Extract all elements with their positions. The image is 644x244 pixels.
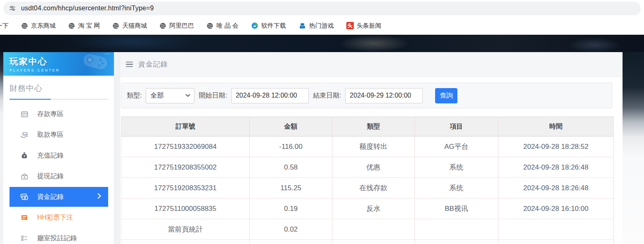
ticket-list-icon — [20, 213, 29, 222]
cell-time: 2024-09-28 18:26:48 — [498, 178, 614, 199]
bookmark-item[interactable]: 淘 宝 网 — [68, 22, 100, 30]
col-amount: 金額 — [250, 117, 332, 136]
table-row: 1727519208355002 0.58 优惠 系统 2024-09-28 1… — [121, 157, 614, 178]
background-fade-left — [0, 52, 3, 147]
finance-center-heading: 財務中心 — [9, 83, 114, 94]
bookmark-item[interactable]: 天猫商城 — [112, 22, 147, 30]
deposit-icon — [20, 110, 29, 119]
globe-icon — [159, 22, 166, 29]
bookmarks-bar: 一下 京东商城 淘 宝 网 天猫商城 阿里巴巴 唯 品 会 软件下载 热门游戏 … — [0, 17, 644, 35]
sidebar-item-label: HH彩票下注 — [37, 213, 73, 222]
table-row: 1727519208353231 115.25 在线存款 系统 2024-09-… — [121, 178, 614, 199]
table-row-partial — [121, 240, 614, 244]
table-row: 1727519332069084 -116.00 额度转出 AG平台 2024-… — [121, 136, 614, 157]
cell-type — [332, 219, 415, 240]
browser-toolbar: usdt04.com/hhcp/usercenter.html?iniType=… — [0, 0, 644, 17]
background-fade-right — [623, 52, 644, 244]
sidebar-item-withdraw-zone[interactable]: 取款專區 — [3, 124, 114, 145]
sidebar-item-recharge-record[interactable]: ¥ 充值記錄 — [3, 145, 114, 166]
section-divider — [9, 99, 108, 100]
bookmark-item[interactable]: 头 头条新闻 — [346, 22, 381, 30]
cell-amount: -116.00 — [250, 136, 332, 157]
globe-icon — [68, 22, 75, 29]
bookmark-label: 淘 宝 网 — [78, 22, 100, 30]
gamepad-icon — [76, 53, 111, 76]
col-time: 時間 — [498, 117, 614, 136]
sidebar: 玩家中心 PLAYERS CENTER — [3, 52, 114, 244]
col-project: 項目 — [415, 117, 498, 136]
filter-bar: 類型: 全部 開始日期: 2024-09-28 12:00:00 結束日期: 2… — [121, 83, 612, 108]
money-bag-icon: ¥ — [20, 151, 29, 160]
main-panel: 資金記錄 類型: 全部 開始日期: 2024-09-28 12:00:00 結束… — [120, 52, 623, 244]
sidebar-item-label: 充值記錄 — [37, 151, 64, 160]
sidebar-item-label: 資金記錄 — [37, 193, 64, 201]
sidebar-item-deposit-zone[interactable]: 存款專區 — [3, 104, 114, 124]
sidebar-item-withdrawal-record[interactable]: 提現記錄 — [3, 166, 114, 187]
bookmark-label: 头条新闻 — [357, 22, 381, 30]
bookmark-item[interactable]: 热门游戏 — [298, 22, 334, 30]
chevron-right-icon — [97, 193, 102, 201]
site-info-icon[interactable] — [9, 5, 16, 12]
globe-icon — [206, 22, 213, 29]
sidebar-item-hall-bet-record[interactable]: 廳室投註記錄 — [3, 228, 114, 244]
funds-record-table: 訂單號 金額 類型 項目 時間 1727519332069084 -116.00… — [121, 117, 614, 244]
globe-icon — [112, 22, 119, 29]
software-download-icon — [251, 22, 258, 29]
cell-order-no: 1727519208355002 — [121, 157, 250, 178]
cell-type: 在线存款 — [332, 178, 415, 199]
players-center-header: 玩家中心 PLAYERS CENTER — [3, 52, 114, 76]
banknotes-icon — [20, 192, 29, 201]
sidebar-item-label: 提現記錄 — [37, 172, 64, 181]
start-date-input[interactable]: 2024-09-28 12:00:00 — [231, 88, 309, 103]
bookmark-label: 天猫商城 — [122, 22, 147, 30]
cell-amount: 0.19 — [250, 199, 332, 219]
bookmark-item[interactable]: 京东商城 — [21, 22, 56, 30]
cell-amount: 115.25 — [250, 178, 332, 199]
bookmark-item[interactable]: 唯 品 会 — [206, 22, 238, 30]
cell-order-no: 1727511000058835 — [121, 199, 250, 219]
cell-project: 系统 — [415, 157, 498, 178]
table-summary-row: 當前頁統計 0.02 — [121, 219, 614, 240]
query-button[interactable]: 查詢 — [435, 88, 457, 103]
cell-summary-label: 當前頁統計 — [121, 219, 250, 240]
game-robot-icon — [298, 22, 306, 30]
bookmark-label: 阿里巴巴 — [169, 22, 194, 30]
bookmark-item[interactable]: 软件下载 — [251, 22, 286, 30]
sidebar-item-label: 取款專區 — [37, 131, 64, 139]
sidebar-item-funds-record[interactable]: 資金記錄 — [9, 187, 108, 207]
end-date-input[interactable]: 2024-09-29 12:00:00 — [345, 88, 423, 103]
bookmark-label: 软件下载 — [261, 22, 286, 30]
col-order-no: 訂單號 — [121, 117, 250, 136]
list-detail-icon — [20, 234, 29, 242]
bookmark-label: 热门游戏 — [309, 22, 334, 30]
page-title: 資金記錄 — [138, 60, 168, 69]
table-header-row: 訂單號 金額 類型 項目 時間 — [121, 117, 614, 136]
bookmark-item[interactable]: 阿里巴巴 — [159, 22, 194, 30]
globe-icon — [21, 22, 28, 29]
page-body: 玩家中心 PLAYERS CENTER — [0, 52, 644, 244]
cell-time: 2024-09-28 16:10:00 — [498, 199, 614, 219]
cell-time — [498, 219, 614, 240]
sidebar-item-label: 存款專區 — [37, 110, 64, 119]
bookmark-item[interactable]: 一下 — [0, 22, 9, 30]
main-header: 資金記錄 — [120, 52, 623, 77]
start-date-label: 開始日期: — [199, 91, 227, 100]
cell-type: 反水 — [332, 199, 415, 219]
menu-toggle-icon[interactable] — [126, 62, 133, 67]
type-filter-label: 類型: — [127, 91, 142, 100]
type-select-value: 全部 — [150, 91, 163, 100]
cell-time: 2024-09-28 18:28:52 — [498, 136, 614, 157]
cell-amount: 0.58 — [250, 157, 332, 178]
cell-type: 额度转出 — [332, 136, 415, 157]
end-date-label: 結束日期: — [313, 91, 341, 100]
cell-order-no: 1727519332069084 — [121, 136, 250, 157]
type-select[interactable]: 全部 — [146, 88, 194, 103]
sidebar-item-hh-lottery-bet[interactable]: HH彩票下注 — [3, 207, 114, 228]
address-bar[interactable]: usdt04.com/hhcp/usercenter.html?iniType=… — [3, 2, 641, 15]
cell-order-no: 1727519208353231 — [121, 178, 250, 199]
cell-project: AG平台 — [415, 136, 498, 157]
page-banner-background — [0, 35, 644, 52]
sidebar-item-label: 廳室投註記錄 — [37, 234, 77, 243]
chevron-down-icon — [185, 94, 190, 97]
url-text[interactable]: usdt04.com/hhcp/usercenter.html?iniType=… — [21, 5, 154, 12]
